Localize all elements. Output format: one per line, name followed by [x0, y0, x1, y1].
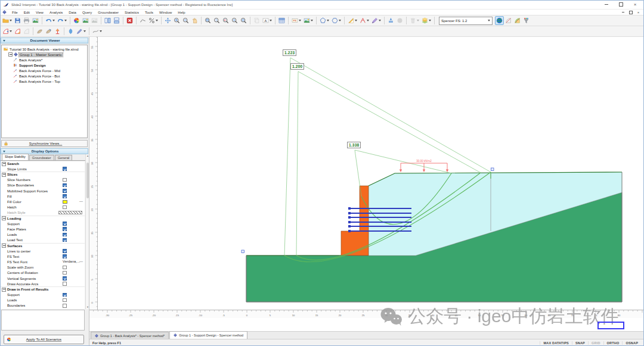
scrollbar-thumb[interactable]	[86, 163, 89, 198]
checkbox[interactable]	[63, 233, 67, 237]
checkbox[interactable]	[63, 254, 67, 258]
polygon-tool-button[interactable]	[318, 16, 330, 25]
circle-tool-button[interactable]	[395, 16, 404, 25]
menu-view[interactable]: View	[33, 11, 47, 14]
checkbox[interactable]	[63, 266, 67, 270]
show-columns-button[interactable]	[44, 27, 53, 36]
screen-capture-button[interactable]	[81, 16, 90, 25]
zoom-back-button[interactable]	[221, 16, 230, 25]
checkbox[interactable]	[63, 183, 67, 188]
tab-slope-stability[interactable]: Slope Stability	[2, 154, 29, 160]
minimize-button[interactable]	[600, 1, 612, 9]
fs-display-button[interactable]	[290, 16, 302, 25]
checkbox[interactable]	[63, 238, 67, 242]
group-collapse-icon[interactable]	[2, 244, 6, 248]
save-button[interactable]	[13, 16, 22, 25]
tree-item[interactable]: Back Analysis*	[2, 57, 87, 63]
copy-button[interactable]	[252, 16, 261, 25]
scroll-down-icon[interactable]: ▼	[86, 306, 89, 308]
synchronize-views-button[interactable]: Synchronize Views...	[1, 140, 88, 147]
group-collapse-icon[interactable]	[2, 162, 6, 166]
document-tab[interactable]: Group 1 - Back Analysis* - Spencer metho…	[91, 332, 169, 339]
menu-query[interactable]: Query	[79, 11, 95, 14]
sidebar-scrollbar[interactable]: ▲ ▼	[85, 154, 89, 309]
hexagon-tool-button[interactable]	[330, 16, 342, 25]
menu-help[interactable]: Help	[175, 11, 188, 14]
edit-query-button[interactable]	[13, 27, 22, 36]
status-toggle-osnap[interactable]: OSNAP	[622, 341, 641, 345]
mdi-restore-button[interactable]	[627, 10, 634, 15]
status-toggle-max-datatips[interactable]: MAX DATATIPS	[540, 341, 571, 345]
3d-view-button[interactable]	[495, 16, 504, 25]
chart-properties-button[interactable]	[72, 16, 81, 25]
close-button[interactable]: ×	[629, 1, 641, 9]
menu-window[interactable]: Window	[156, 11, 175, 14]
dimension-tool-button[interactable]	[370, 16, 382, 25]
menu-edit[interactable]: Edit	[21, 11, 33, 14]
pan-button[interactable]	[190, 16, 199, 25]
checkbox[interactable]	[63, 205, 67, 210]
show-surfaces-button[interactable]	[66, 27, 75, 36]
menu-data[interactable]: Data	[66, 11, 79, 14]
zoom-selection-button[interactable]	[230, 16, 239, 25]
flow-lines-button[interactable]	[386, 16, 395, 25]
tree-collapse-icon[interactable]	[8, 52, 13, 57]
image-overlay-button[interactable]	[302, 16, 314, 25]
checkbox[interactable]	[63, 249, 67, 253]
close-view-button[interactable]	[125, 16, 134, 25]
zoom-actual-button[interactable]	[212, 16, 221, 25]
add-text-button[interactable]	[261, 16, 273, 25]
tab-general[interactable]: General	[55, 155, 73, 160]
status-toggle-ortho[interactable]: ORTHO	[603, 341, 623, 345]
tree-item[interactable]: Back Analysis Force - Bot	[2, 73, 87, 79]
redo-button[interactable]	[56, 16, 68, 25]
zoom-all-button[interactable]	[239, 16, 248, 25]
show-slices-button[interactable]	[35, 27, 44, 36]
checkbox[interactable]	[63, 178, 67, 182]
method-select[interactable]: Spencer FS: 1.2	[439, 17, 493, 25]
export-image-button[interactable]	[31, 16, 40, 25]
checkbox[interactable]	[63, 298, 67, 303]
material-layers-button[interactable]	[420, 16, 432, 25]
document-viewer-header[interactable]: Document Viewer	[1, 38, 88, 43]
restore-button[interactable]	[615, 1, 627, 9]
measure-button[interactable]	[346, 16, 358, 25]
more-button[interactable]: —	[79, 199, 83, 204]
info-table-button[interactable]	[277, 16, 286, 25]
zoom-out-button[interactable]	[181, 16, 190, 25]
hatch-pattern-swatch[interactable]	[58, 211, 82, 215]
checkbox[interactable]	[63, 293, 67, 297]
model-viewport[interactable]: 30.00 kN/m2 1.2231.2001.338	[98, 37, 644, 310]
color-swatch[interactable]	[63, 200, 67, 204]
open-button[interactable]	[1, 16, 13, 25]
mdi-minimize-button[interactable]	[620, 10, 626, 15]
tree-item[interactable]: Tutorial 30 Back Analysis - starting fil…	[2, 46, 87, 52]
angle-tool-button[interactable]	[358, 16, 370, 25]
menu-groundwater[interactable]: Groundwater	[95, 11, 122, 14]
checkbox[interactable]	[63, 194, 67, 198]
menu-file[interactable]: File	[9, 11, 21, 14]
zoom-in-button[interactable]	[172, 16, 181, 25]
undo-button[interactable]	[44, 16, 56, 25]
group-collapse-icon[interactable]	[2, 216, 6, 220]
add-query-button[interactable]	[1, 27, 13, 36]
zoom-window-button[interactable]	[203, 16, 212, 25]
checkbox[interactable]	[63, 227, 67, 231]
menu-analysis[interactable]: Analysis	[47, 11, 66, 14]
group-collapse-icon[interactable]	[2, 173, 6, 177]
tree-item[interactable]: Support Design	[2, 63, 87, 68]
menu-tools[interactable]: Tools	[142, 11, 156, 14]
support-force-button[interactable]	[53, 27, 62, 36]
more-button[interactable]: —	[79, 259, 83, 264]
slope-tool-button[interactable]	[138, 16, 147, 25]
tree-item[interactable]: Back Analysis Force - Mid	[2, 68, 87, 73]
checkbox[interactable]	[63, 271, 67, 275]
group-collapse-icon[interactable]	[2, 288, 6, 292]
wedge-color-button[interactable]	[513, 16, 522, 25]
tile-horizontal-button[interactable]	[112, 16, 121, 25]
wedge-view-button[interactable]	[504, 16, 513, 25]
checkbox[interactable]	[63, 167, 67, 171]
interpolation-button[interactable]	[147, 16, 159, 25]
checkbox[interactable]	[63, 189, 67, 193]
model-canvas[interactable]: 30.00 kN/m2	[98, 37, 644, 310]
